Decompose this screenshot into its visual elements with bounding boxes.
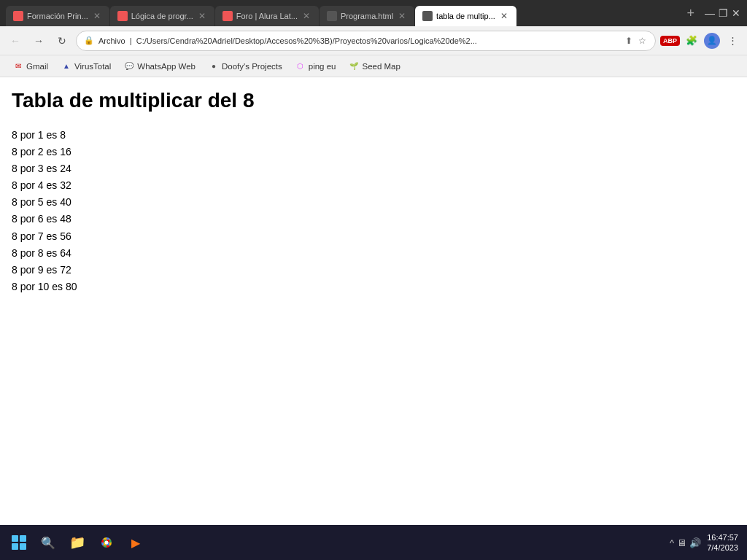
- tab-favicon: [327, 11, 337, 21]
- reload-button[interactable]: ↻: [53, 31, 71, 50]
- clock-date: 7/4/2023: [707, 542, 738, 553]
- browser-window: Formación Prin...✕Lógica de progr...✕For…: [0, 0, 747, 560]
- bookmark-favicon: 🌱: [349, 61, 359, 71]
- address-right-icons: ABP 🧩 👤 ⋮: [660, 32, 741, 50]
- multiplication-list: 8 por 1 es 88 por 2 es 168 por 3 es 248 …: [12, 127, 735, 295]
- tab-close-button[interactable]: ✕: [197, 10, 207, 22]
- tab-close-button[interactable]: ✕: [499, 10, 509, 22]
- network-icon[interactable]: 🖥: [677, 537, 686, 548]
- bookmark-label: VirusTotal: [74, 62, 111, 71]
- clock[interactable]: 16:47:57 7/4/2023: [704, 532, 741, 553]
- bookmark-label: Gmail: [26, 62, 48, 71]
- lock-icon: 🔒: [84, 36, 94, 45]
- bookmark-label: ping eu: [309, 62, 336, 71]
- bookmark-label: Seed Map: [362, 62, 400, 71]
- tray-icons: ^ 🖥 🔊: [670, 537, 701, 548]
- taskbar: 🔍 📁 ▶ ^ 🖥 🔊 16:47:57 7/4/2023: [0, 525, 747, 560]
- extensions-button[interactable]: 🧩: [683, 32, 700, 50]
- volume-icon[interactable]: 🔊: [689, 537, 701, 548]
- title-bar: Formación Prin...✕Lógica de progr...✕For…: [0, 0, 747, 26]
- bookmark-bm2[interactable]: ▲VirusTotal: [55, 59, 117, 74]
- page-content: Tabla de multiplicar del 8 8 por 1 es 88…: [0, 77, 747, 525]
- clock-time: 16:47:57: [707, 532, 738, 542]
- browser-tab-tab2[interactable]: Lógica de progr...✕: [110, 6, 214, 26]
- tabs-area: Formación Prin...✕Lógica de progr...✕For…: [6, 0, 682, 26]
- search-button[interactable]: 🔍: [35, 529, 61, 556]
- maximize-button[interactable]: ❐: [718, 8, 728, 18]
- bookmark-bm3[interactable]: 💬WhatsApp Web: [118, 59, 201, 74]
- multiplication-item: 8 por 7 es 56: [12, 228, 735, 245]
- forward-button[interactable]: →: [29, 31, 48, 50]
- menu-button[interactable]: ⋮: [724, 32, 741, 50]
- multiplication-item: 8 por 3 es 24: [12, 160, 735, 177]
- browser-tab-tab4[interactable]: Programa.html✕: [320, 6, 414, 26]
- start-button[interactable]: [6, 529, 32, 556]
- adblock-button[interactable]: ABP: [660, 36, 680, 46]
- sublime-button[interactable]: ▶: [123, 529, 149, 556]
- bookmark-favicon: ⬡: [295, 61, 306, 71]
- tab-favicon: [13, 11, 23, 21]
- multiplication-item: 8 por 1 es 8: [12, 127, 735, 144]
- bookmark-favicon: 💬: [124, 61, 134, 71]
- bookmark-bm5[interactable]: ⬡ping eu: [290, 59, 342, 74]
- tab-label: Foro | Alura Lat...: [236, 12, 298, 20]
- chevron-tray-icon[interactable]: ^: [670, 537, 674, 548]
- url-bar[interactable]: 🔒 Archivo | C:/Users/Cendra%20Adriel/Des…: [76, 31, 656, 51]
- multiplication-item: 8 por 2 es 16: [12, 144, 735, 160]
- new-tab-button[interactable]: +: [682, 6, 699, 21]
- tab-label: Lógica de progr...: [131, 12, 193, 20]
- multiplication-item: 8 por 4 es 32: [12, 177, 735, 194]
- page-title: Tabla de multiplicar del 8: [12, 89, 735, 112]
- url-icons: ⬆ ☆: [624, 34, 648, 47]
- bookmark-favicon: ✉: [13, 61, 23, 71]
- tab-label: tabla de multip...: [436, 12, 495, 20]
- minimize-button[interactable]: —: [705, 8, 715, 18]
- window-controls: — ❐ ✕: [699, 8, 741, 18]
- bookmark-label: Doofy's Projects: [222, 62, 282, 71]
- multiplication-item: 8 por 8 es 64: [12, 245, 735, 262]
- browser-tab-tab1[interactable]: Formación Prin...✕: [6, 6, 109, 26]
- bookmark-bm4[interactable]: ●Doofy's Projects: [203, 59, 288, 74]
- share-icon[interactable]: ⬆: [624, 34, 634, 47]
- multiplication-item: 8 por 10 es 80: [12, 279, 735, 295]
- browser-tab-tab5[interactable]: tabla de multip...✕: [415, 6, 516, 26]
- tab-favicon: [117, 11, 128, 21]
- address-bar: ← → ↻ 🔒 Archivo | C:/Users/Cendra%20Adri…: [0, 26, 747, 55]
- windows-logo: [12, 535, 26, 550]
- star-icon[interactable]: ☆: [637, 34, 648, 47]
- tab-close-button[interactable]: ✕: [397, 10, 407, 22]
- bookmark-favicon: ▲: [61, 61, 71, 71]
- bookmark-bm1[interactable]: ✉Gmail: [7, 59, 54, 74]
- tab-label: Formación Prin...: [27, 12, 88, 20]
- tab-close-button[interactable]: ✕: [301, 10, 311, 22]
- bookmark-favicon: ●: [209, 61, 219, 71]
- chrome-icon: [101, 537, 112, 548]
- file-explorer-button[interactable]: 📁: [64, 529, 90, 556]
- multiplication-item: 8 por 6 es 48: [12, 211, 735, 228]
- bookmark-label: WhatsApp Web: [137, 62, 196, 71]
- close-button[interactable]: ✕: [731, 8, 741, 18]
- tab-favicon: [222, 11, 233, 21]
- browser-tab-tab3[interactable]: Foro | Alura Lat...✕: [215, 6, 319, 26]
- multiplication-item: 8 por 5 es 40: [12, 194, 735, 211]
- bookmarks-bar: ✉Gmail▲VirusTotal💬WhatsApp Web●Doofy's P…: [0, 55, 747, 77]
- multiplication-item: 8 por 9 es 72: [12, 262, 735, 279]
- bookmark-bm6[interactable]: 🌱Seed Map: [343, 59, 406, 74]
- url-text: Archivo | C:/Users/Cendra%20Adriel/Deskt…: [98, 36, 619, 45]
- profile-button[interactable]: 👤: [703, 32, 721, 50]
- chrome-button[interactable]: [93, 529, 120, 556]
- tab-favicon: [422, 11, 433, 21]
- back-button[interactable]: ←: [6, 31, 25, 50]
- tab-label: Programa.html: [341, 12, 393, 20]
- tab-close-button[interactable]: ✕: [92, 10, 102, 22]
